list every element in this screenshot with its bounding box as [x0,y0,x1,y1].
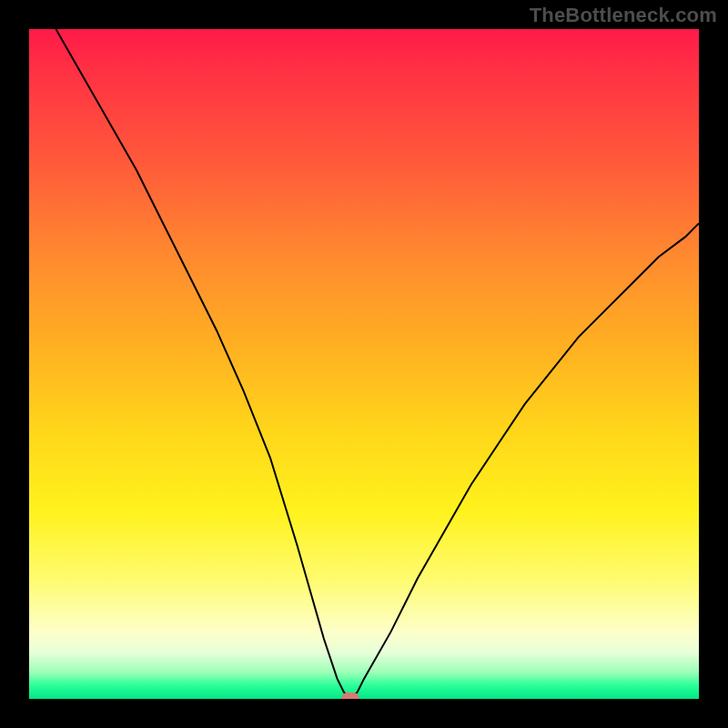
watermark-text: TheBottleneck.com [530,4,717,27]
bottleneck-curve [29,29,699,699]
plot-area [29,29,699,699]
minimum-marker [341,693,359,699]
curve-path [56,29,699,699]
chart-frame: TheBottleneck.com [0,0,728,728]
